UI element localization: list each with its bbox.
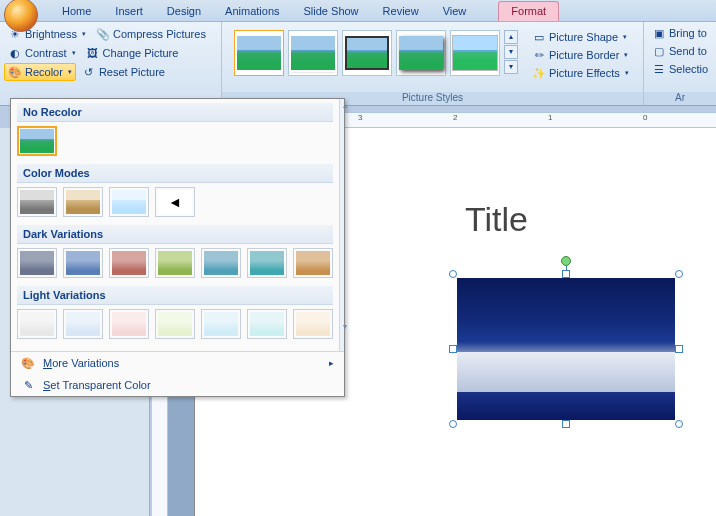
section-no-recolor: No Recolor xyxy=(17,103,333,122)
ruler-tick: 0 xyxy=(643,113,647,127)
picture-style-thumb[interactable] xyxy=(450,30,500,76)
tab-design[interactable]: Design xyxy=(155,2,213,21)
chevron-down-icon: ▾ xyxy=(68,68,72,76)
recolor-swatch[interactable] xyxy=(293,309,333,339)
recolor-swatch[interactable] xyxy=(63,309,103,339)
tab-review[interactable]: Review xyxy=(371,2,431,21)
picture-style-thumb[interactable] xyxy=(234,30,284,76)
back-icon: ▢ xyxy=(652,44,666,58)
group-adjust: ☀Brightness▾ 📎Compress Pictures ◐Contras… xyxy=(0,22,222,105)
section-light-variations: Light Variations xyxy=(17,286,333,305)
recolor-swatch[interactable] xyxy=(247,309,287,339)
compress-pictures-button[interactable]: 📎Compress Pictures xyxy=(92,25,210,43)
recolor-swatch[interactable] xyxy=(109,187,149,217)
compress-icon: 📎 xyxy=(96,27,110,41)
recolor-swatch[interactable] xyxy=(17,187,57,217)
recolor-swatch[interactable] xyxy=(155,309,195,339)
ribbon-tabstrip: HomeInsertDesignAnimationsSlide ShowRevi… xyxy=(0,0,716,22)
recolor-swatch[interactable] xyxy=(247,248,287,278)
recolor-swatch[interactable] xyxy=(63,187,103,217)
picture-shape-button[interactable]: ▭Picture Shape▾ xyxy=(528,28,633,46)
gallery-down[interactable]: ▾ xyxy=(504,45,518,59)
change-picture-icon: 🖼 xyxy=(86,46,100,60)
resize-handle-n[interactable] xyxy=(562,270,570,278)
eyedropper-icon: ✎ xyxy=(21,378,35,392)
selection-pane-button[interactable]: ☰Selectio xyxy=(648,60,712,78)
group-label: Ar xyxy=(644,92,716,105)
resize-handle-se[interactable] xyxy=(675,420,683,428)
recolor-swatch[interactable] xyxy=(109,309,149,339)
resize-handle-sw[interactable] xyxy=(449,420,457,428)
chevron-down-icon: ▾ xyxy=(343,322,347,331)
chevron-down-icon: ▾ xyxy=(82,30,86,38)
tab-animations[interactable]: Animations xyxy=(213,2,291,21)
picture-style-thumb[interactable] xyxy=(288,30,338,76)
ruler-tick: 1 xyxy=(548,113,552,127)
front-icon: ▣ xyxy=(652,26,666,40)
border-icon: ✏ xyxy=(532,48,546,62)
shape-icon: ▭ xyxy=(532,30,546,44)
chevron-up-icon: ▴ xyxy=(343,101,347,110)
group-arrange: ▣Bring to ▢Send to ☰Selectio Ar xyxy=(644,22,716,105)
recolor-icon: 🎨 xyxy=(8,65,22,79)
picture-style-thumb[interactable] xyxy=(342,30,392,76)
picture-effects-button[interactable]: ✨Picture Effects▾ xyxy=(528,64,633,82)
section-dark-variations: Dark Variations xyxy=(17,225,333,244)
ruler-tick: 2 xyxy=(453,113,457,127)
resize-handle-ne[interactable] xyxy=(675,270,683,278)
chevron-down-icon: ▾ xyxy=(72,49,76,57)
picture-style-thumb[interactable] xyxy=(396,30,446,76)
contrast-button[interactable]: ◐Contrast▾ xyxy=(4,44,80,62)
recolor-swatch[interactable]: ◄ xyxy=(155,187,195,217)
gallery-up[interactable]: ▴ xyxy=(504,30,518,44)
reset-icon: ↺ xyxy=(82,65,96,79)
gallery-more[interactable]: ▾ xyxy=(504,60,518,74)
selected-picture[interactable] xyxy=(453,274,679,424)
group-picture-styles: ▴ ▾ ▾ ▭Picture Shape▾ ✏Picture Border▾ ✨… xyxy=(222,22,644,105)
send-to-back-button[interactable]: ▢Send to xyxy=(648,42,712,60)
gallery-scroll: ▴ ▾ ▾ xyxy=(504,30,518,76)
palette-icon: 🎨 xyxy=(21,356,35,370)
tab-context-format[interactable]: Format xyxy=(498,1,559,21)
ribbon: ☀Brightness▾ 📎Compress Pictures ◐Contras… xyxy=(0,22,716,106)
recolor-swatch[interactable] xyxy=(201,248,241,278)
effects-icon: ✨ xyxy=(532,66,546,80)
recolor-swatch[interactable] xyxy=(293,248,333,278)
tab-home[interactable]: Home xyxy=(50,2,103,21)
contrast-icon: ◐ xyxy=(8,46,22,60)
recolor-swatch[interactable] xyxy=(17,126,57,156)
recolor-dropdown: No Recolor Color Modes ◄ Dark Variations… xyxy=(10,98,345,397)
rotate-handle[interactable] xyxy=(561,256,571,266)
recolor-swatch[interactable] xyxy=(17,248,57,278)
resize-handle-nw[interactable] xyxy=(449,270,457,278)
dropdown-scrollbar[interactable]: ▴ ▾ xyxy=(339,99,344,351)
recolor-swatch[interactable] xyxy=(109,248,149,278)
recolor-swatch[interactable] xyxy=(201,309,241,339)
tab-view[interactable]: View xyxy=(431,2,479,21)
picture-style-gallery: ▴ ▾ ▾ xyxy=(226,24,526,82)
resize-handle-e[interactable] xyxy=(675,345,683,353)
recolor-swatch[interactable] xyxy=(17,309,57,339)
resize-handle-s[interactable] xyxy=(562,420,570,428)
recolor-swatch[interactable] xyxy=(155,248,195,278)
picture-border-button[interactable]: ✏Picture Border▾ xyxy=(528,46,633,64)
picture-content xyxy=(457,278,675,420)
recolor-button[interactable]: 🎨Recolor▾ xyxy=(4,63,76,81)
more-variations-item[interactable]: 🎨 MMore Variationsore Variations ▸ xyxy=(11,352,344,374)
recolor-swatch[interactable] xyxy=(63,248,103,278)
tab-slide-show[interactable]: Slide Show xyxy=(292,2,371,21)
selection-icon: ☰ xyxy=(652,62,666,76)
slide-title-placeholder[interactable]: Title xyxy=(465,200,528,239)
resize-handle-w[interactable] xyxy=(449,345,457,353)
set-transparent-color-item[interactable]: ✎ SSet Transparent Coloret Transparent C… xyxy=(11,374,344,396)
ruler-tick: 3 xyxy=(358,113,362,127)
tab-insert[interactable]: Insert xyxy=(103,2,155,21)
section-color-modes: Color Modes xyxy=(17,164,333,183)
change-picture-button[interactable]: 🖼Change Picture xyxy=(82,44,183,62)
chevron-right-icon: ▸ xyxy=(329,358,334,368)
reset-picture-button[interactable]: ↺Reset Picture xyxy=(78,63,169,81)
bring-to-front-button[interactable]: ▣Bring to xyxy=(648,24,712,42)
